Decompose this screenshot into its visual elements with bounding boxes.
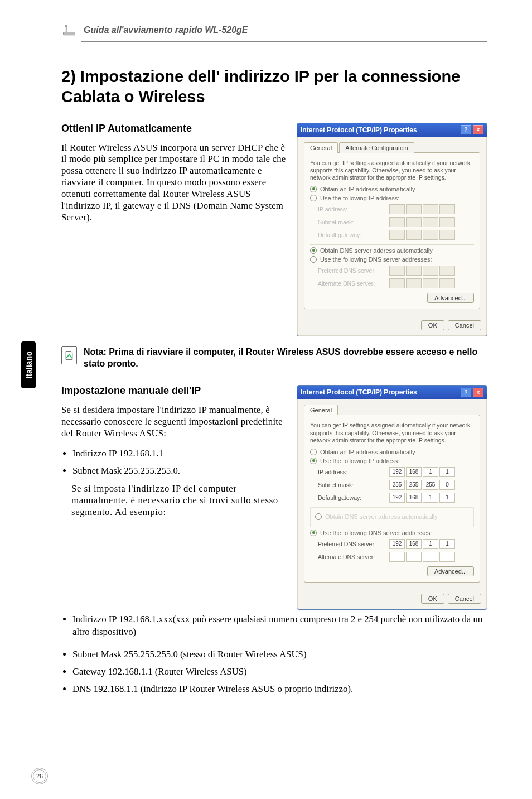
router-icon bbox=[61, 22, 77, 38]
list-item: Subnet Mask 255.255.255.0 (stesso di Rou… bbox=[72, 648, 487, 661]
tab-general[interactable]: General bbox=[304, 142, 338, 153]
lbl-ip: IP address: bbox=[318, 469, 385, 475]
svg-rect-0 bbox=[64, 32, 75, 35]
section2-paragraph: Se si desidera impostare l'indirizzo IP … bbox=[61, 405, 289, 440]
cancel-button[interactable]: Cancel bbox=[448, 320, 481, 330]
radio-use-dns[interactable] bbox=[310, 530, 317, 536]
page-number: 26 bbox=[31, 768, 48, 784]
note-text: Nota: Prima di riavviare il computer, il… bbox=[84, 346, 487, 370]
tab-general[interactable]: General bbox=[304, 405, 338, 415]
dialog1-blurb: You can get IP settings assigned automat… bbox=[310, 160, 474, 181]
label-auto-ip: Obtain an IP address automatically bbox=[320, 186, 415, 192]
dialog2-title: Internet Protocol (TCP/IP) Properties bbox=[301, 388, 461, 396]
dialog2-tabs: General bbox=[304, 405, 480, 415]
radio-auto-ip[interactable] bbox=[310, 186, 317, 192]
list-item: DNS 192.168.1.1 (indirizzo IP Router Wir… bbox=[72, 683, 487, 696]
ok-button[interactable]: OK bbox=[421, 594, 444, 604]
dialog1-tabs: General Alternate Configuration bbox=[304, 142, 480, 153]
label-use-ip: Use the following IP address: bbox=[320, 458, 399, 464]
lbl-alt-dns: Alternate DNS server: bbox=[318, 280, 385, 287]
ip-seg[interactable]: 192 bbox=[389, 467, 405, 477]
dialog1-title: Internet Protocol (TCP/IP) Properties bbox=[301, 126, 461, 134]
radio-use-ip[interactable] bbox=[310, 458, 317, 464]
radio-auto-ip[interactable] bbox=[310, 449, 317, 455]
label-use-dns: Use the following DNS server addresses: bbox=[320, 256, 432, 263]
label-auto-dns: Obtain DNS server address automatically bbox=[320, 247, 433, 254]
section1-paragraph: Il Router Wireless ASUS incorpora un ser… bbox=[61, 142, 289, 224]
language-tab: Italiano bbox=[21, 341, 36, 388]
lbl-subnet: Subnet mask: bbox=[318, 219, 385, 225]
tcpip-dialog-auto: Internet Protocol (TCP/IP) Properties ? … bbox=[297, 123, 487, 336]
dialog1-titlebar: Internet Protocol (TCP/IP) Properties ? … bbox=[297, 123, 487, 137]
list-item: Indirizzo IP 192.168.1.1 bbox=[72, 447, 289, 460]
help-icon[interactable]: ? bbox=[461, 125, 471, 134]
label-auto-ip: Obtain an IP address automatically bbox=[320, 449, 415, 455]
dialog2-blurb: You can get IP settings assigned automat… bbox=[310, 422, 474, 444]
section2-bullets-b: Indirizzo IP 192.168.1.xxx(xxx può esser… bbox=[61, 613, 487, 695]
lbl-gateway: Default gateway: bbox=[318, 494, 385, 501]
list-item: Indirizzo IP 192.168.1.xxx(xxx può esser… bbox=[72, 613, 487, 638]
note-box: Nota: Prima di riavviare il computer, il… bbox=[61, 346, 487, 370]
note-icon bbox=[61, 346, 77, 364]
section2-bullets-a: Indirizzo IP 192.168.1.1 Subnet Mask 255… bbox=[61, 447, 289, 477]
tab-alternate[interactable]: Alternate Configuration bbox=[339, 142, 414, 153]
close-icon[interactable]: × bbox=[473, 388, 483, 397]
lbl-gateway: Default gateway: bbox=[318, 232, 385, 238]
advanced-button[interactable]: Advanced... bbox=[427, 293, 474, 303]
label-use-dns: Use the following DNS server addresses: bbox=[320, 530, 432, 536]
lbl-ip: IP address: bbox=[318, 206, 385, 213]
cancel-button[interactable]: Cancel bbox=[448, 594, 481, 604]
label-auto-dns: Obtain DNS server address automatically bbox=[325, 513, 438, 520]
radio-auto-dns[interactable] bbox=[310, 247, 317, 254]
radio-use-ip[interactable] bbox=[310, 195, 317, 201]
ip-seg bbox=[389, 204, 405, 214]
list-item: Subnet Mask 255.255.255.0. bbox=[72, 465, 289, 478]
ok-button[interactable]: OK bbox=[421, 320, 444, 330]
label-use-ip: Use the following IP address: bbox=[320, 195, 399, 201]
lbl-subnet: Subnet mask: bbox=[318, 482, 385, 488]
svg-point-2 bbox=[65, 25, 67, 27]
main-title: 2) Impostazione dell' indirizzo IP per l… bbox=[61, 66, 487, 107]
tcpip-dialog-manual: Internet Protocol (TCP/IP) Properties ? … bbox=[297, 385, 487, 609]
header-underline bbox=[81, 41, 487, 42]
list-item: Gateway 192.168.1.1 (Router Wireless ASU… bbox=[72, 666, 487, 678]
lbl-pref-dns: Preferred DNS server: bbox=[318, 541, 385, 547]
section2-indent-para: Se si imposta l'indirizzo IP del compute… bbox=[71, 483, 289, 518]
close-icon[interactable]: × bbox=[473, 125, 483, 134]
header-title: Guida all'avviamento rapido WL-520gE bbox=[84, 25, 248, 35]
radio-use-dns[interactable] bbox=[310, 256, 317, 263]
dialog2-titlebar: Internet Protocol (TCP/IP) Properties ? … bbox=[297, 386, 487, 399]
advanced-button[interactable]: Advanced... bbox=[427, 566, 474, 576]
section1-heading: Ottieni IP Automaticamente bbox=[61, 123, 289, 134]
page-header: Guida all'avviamento rapido WL-520gE bbox=[61, 22, 487, 38]
help-icon[interactable]: ? bbox=[461, 388, 471, 397]
lbl-pref-dns: Preferred DNS server: bbox=[318, 267, 385, 274]
radio-auto-dns bbox=[315, 513, 322, 520]
lbl-alt-dns: Alternate DNS server: bbox=[318, 553, 385, 560]
section2-heading: Impostazione manuale dell'IP bbox=[61, 385, 289, 397]
